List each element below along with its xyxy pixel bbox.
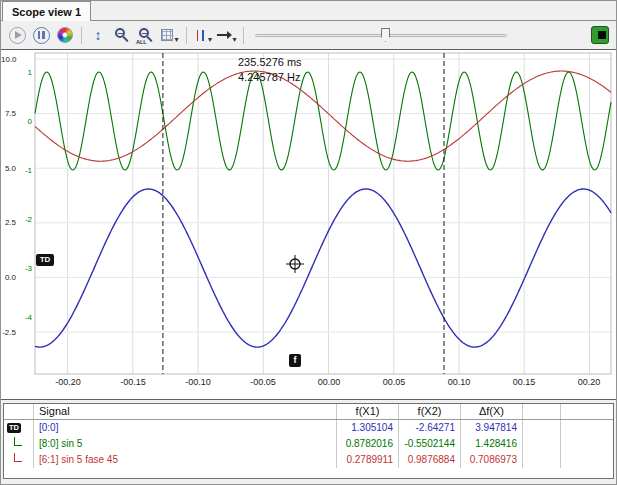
zoom-all-label: ALL bbox=[136, 39, 147, 45]
x-tick-label: -00.15 bbox=[112, 377, 154, 387]
time-flag-marker[interactable]: f bbox=[289, 354, 301, 367]
plot-area: 10.07.55.02.50.0-2.510-1-2-3-4 -00.20-00… bbox=[1, 49, 616, 400]
x-tick-label: 00.05 bbox=[373, 377, 415, 387]
zoom-all-button[interactable]: ALL bbox=[135, 24, 157, 46]
dfx-value: 3.947814 bbox=[461, 420, 523, 436]
gridlines bbox=[35, 53, 611, 374]
x-tick-label: -00.05 bbox=[242, 377, 284, 387]
delta-frequency-value: 4.245787 Hz bbox=[238, 70, 302, 85]
zoom-all-icon bbox=[139, 28, 149, 38]
col-header-fx1: f(X1) bbox=[337, 404, 399, 419]
x-cursor-icon bbox=[194, 29, 207, 42]
trigger-marker-badge[interactable]: TD bbox=[36, 254, 54, 266]
fx1-value: 0.8782016 bbox=[337, 436, 399, 452]
play-icon bbox=[9, 27, 26, 44]
zoom-out-button[interactable] bbox=[111, 24, 133, 46]
grid-settings-button[interactable] bbox=[159, 24, 181, 46]
scope-window: Scope view 1 ↕ ALL bbox=[0, 0, 617, 485]
zoom-out-icon bbox=[115, 28, 125, 38]
cursor-table-header: Signal f(X1) f(X2) Δf(X) bbox=[4, 404, 613, 420]
tree-branch-icon bbox=[14, 453, 22, 462]
grid-icon bbox=[161, 29, 173, 41]
col-header-signal: Signal bbox=[34, 404, 337, 419]
tab-strip: Scope view 1 bbox=[1, 1, 616, 21]
position-slider[interactable] bbox=[255, 26, 507, 44]
tree-branch-icon bbox=[14, 437, 22, 446]
signal-name: [8:0] sin 5 bbox=[34, 436, 337, 452]
header-extra-cell bbox=[523, 404, 561, 419]
tab-title: Scope view 1 bbox=[12, 6, 81, 18]
y-tick-label-green: -3 bbox=[17, 264, 32, 273]
cursor-table: Signal f(X1) f(X2) Δf(X) TD [0:0] 1.3051… bbox=[3, 403, 614, 479]
signal-row[interactable]: [8:0] sin 5 0.8782016 -0.5502144 1.42841… bbox=[4, 436, 613, 452]
x-cursor-tool-button[interactable] bbox=[192, 24, 214, 46]
play-button[interactable] bbox=[6, 24, 28, 46]
x-tick-label: -00.20 bbox=[47, 377, 89, 387]
x-tick-label: -00.10 bbox=[177, 377, 219, 387]
overview-toggle-icon bbox=[591, 26, 609, 44]
y-tick-label-green: -4 bbox=[17, 313, 32, 322]
x-tick-label: 00.20 bbox=[568, 377, 610, 387]
x-tick-label: 00.00 bbox=[308, 377, 350, 387]
fx2-value: -0.5502144 bbox=[399, 436, 461, 452]
y-tick-label-black: -2.5 bbox=[1, 328, 16, 337]
y-tick-label-black: 0.0 bbox=[1, 273, 16, 282]
signal-name: [0:0] bbox=[34, 420, 337, 436]
y-tick-label-green: 1 bbox=[17, 68, 32, 77]
window-bottom-strip bbox=[1, 479, 616, 484]
fx1-value: 1.305104 bbox=[337, 420, 399, 436]
y-tick-label-black: 7.5 bbox=[1, 109, 16, 118]
toolbar: ↕ ALL bbox=[1, 21, 616, 49]
y-tick-label-black: 2.5 bbox=[1, 218, 16, 227]
signal-row[interactable]: TD [0:0] 1.305104 -2.64271 3.947814 bbox=[4, 420, 613, 436]
tab-scope-view-1[interactable]: Scope view 1 bbox=[2, 1, 91, 21]
fx1-value: 0.2789911 bbox=[337, 452, 399, 468]
marker-arrow-icon bbox=[217, 30, 231, 40]
trigger-badge: TD bbox=[7, 423, 21, 433]
col-header-dfx: Δf(X) bbox=[461, 404, 523, 419]
marker-tool-button[interactable] bbox=[216, 24, 238, 46]
pause-icon bbox=[33, 27, 50, 44]
y-tick-label-green: 0 bbox=[17, 117, 32, 126]
fit-vertical-button[interactable]: ↕ bbox=[87, 24, 109, 46]
delta-time-value: 235.5276 ms bbox=[238, 55, 302, 70]
col-header-fx2: f(X2) bbox=[399, 404, 461, 419]
y-tick-label-black: 5.0 bbox=[1, 164, 16, 173]
overview-toggle-button[interactable] bbox=[589, 24, 611, 46]
dfx-value: 1.428416 bbox=[461, 436, 523, 452]
center-crosshair-icon[interactable] bbox=[286, 255, 304, 273]
y-tick-label-green: -2 bbox=[17, 215, 32, 224]
y-tick-label-green: -1 bbox=[17, 166, 32, 175]
signal-row[interactable]: [6:1] sin 5 fase 45 0.2789911 0.9876884 … bbox=[4, 452, 613, 468]
fx2-value: 0.9876884 bbox=[399, 452, 461, 468]
cursor-measurement: 235.5276 ms 4.245787 Hz bbox=[238, 55, 302, 85]
fit-vertical-icon: ↕ bbox=[95, 28, 102, 42]
color-wheel-icon bbox=[57, 27, 73, 43]
x-tick-label: 00.15 bbox=[503, 377, 545, 387]
plot-canvas[interactable] bbox=[1, 50, 616, 399]
toolbar-separator bbox=[243, 27, 244, 44]
channel-colors-button[interactable] bbox=[54, 24, 76, 46]
fx2-value: -2.64271 bbox=[399, 420, 461, 436]
dfx-value: 0.7086973 bbox=[461, 452, 523, 468]
table-empty-area bbox=[4, 468, 613, 478]
pause-button[interactable] bbox=[30, 24, 52, 46]
y-tick-label-black: 10.0 bbox=[1, 55, 16, 64]
signal-name: [6:1] sin 5 fase 45 bbox=[34, 452, 337, 468]
header-icon-cell bbox=[4, 404, 34, 419]
header-filler-cell bbox=[561, 404, 613, 419]
toolbar-separator bbox=[81, 27, 82, 44]
slider-thumb[interactable] bbox=[381, 28, 390, 42]
toolbar-separator bbox=[186, 27, 187, 44]
x-tick-label: 00.10 bbox=[438, 377, 480, 387]
